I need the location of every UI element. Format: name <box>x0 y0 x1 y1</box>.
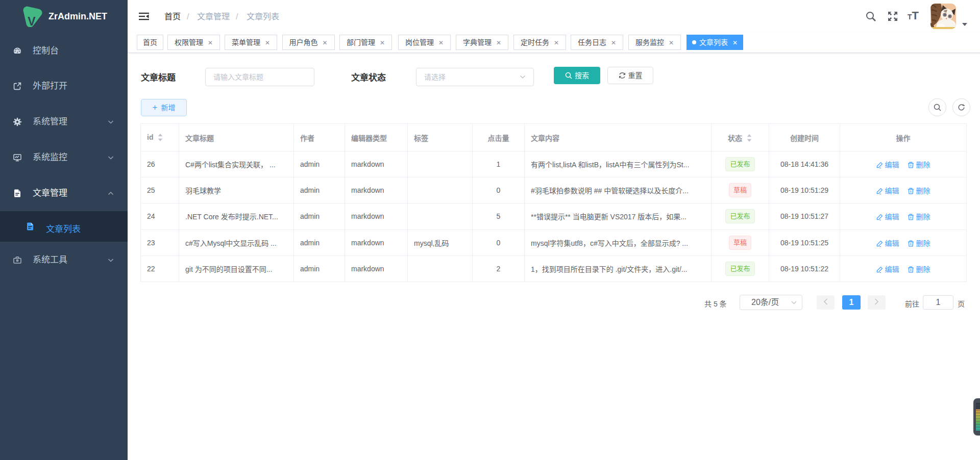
svg-text:V: V <box>28 15 36 27</box>
